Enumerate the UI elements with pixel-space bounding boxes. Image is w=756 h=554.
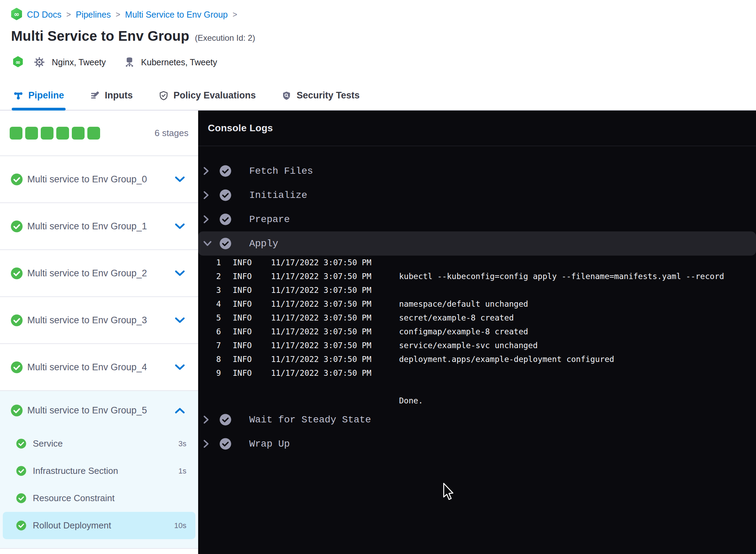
stage-list: Multi service to Env Group_0	[0, 156, 198, 549]
execution-id: (Execution Id: 2)	[195, 33, 255, 43]
step-row[interactable]: Resource Constraint	[3, 485, 195, 512]
page-header: ∞ CD Docs > Pipelines > Multi Service to…	[0, 0, 756, 81]
stage-row[interactable]: Multi service to Env Group_4	[0, 344, 198, 390]
step-list: Service 3s Infrastruc	[0, 430, 198, 539]
breadcrumb-link[interactable]: Pipelines	[76, 10, 110, 20]
log-timestamp: 11/17/2022 3:07:50 PM	[257, 258, 399, 267]
chevron-down-icon[interactable]	[175, 176, 185, 182]
stage-sidebar: 6 stages Multi service to Env Group_0	[0, 111, 198, 554]
chevron-right-icon[interactable]	[203, 439, 209, 448]
chevron-down-icon[interactable]	[175, 364, 185, 370]
step-name: Service	[33, 438, 63, 449]
console-step-row[interactable]: Apply	[198, 231, 756, 256]
console-title: Console Logs	[208, 123, 273, 134]
breadcrumb: ∞ CD Docs > Pipelines > Multi Service to…	[10, 8, 238, 21]
stage-success-square	[56, 127, 69, 140]
console-step-success-icon	[219, 164, 232, 178]
infrastructure-label: Kubernetes, Tweety	[141, 57, 217, 67]
svg-text:∞: ∞	[16, 59, 20, 66]
console-header: Console Logs	[198, 111, 756, 146]
success-check-icon	[10, 220, 23, 233]
stage-row[interactable]: Multi service to Env Group_3	[0, 297, 198, 343]
stage-summary: 6 stages	[0, 111, 198, 156]
stage-row[interactable]: Multi service to Env Group_2	[0, 250, 198, 296]
chevron-right-icon[interactable]	[203, 191, 209, 200]
step-duration: 10s	[174, 521, 186, 530]
chevron-down-icon[interactable]	[203, 240, 212, 247]
console-step-row[interactable]: Wrap Up	[198, 432, 756, 456]
log-line: 9 INFO 11/17/2022 3:07:50 PM	[198, 366, 756, 380]
stage-row[interactable]: Multi service to Env Group_1	[0, 203, 198, 249]
breadcrumb-separator-icon: >	[232, 10, 238, 19]
log-level: INFO	[221, 272, 257, 281]
step-row[interactable]: Service 3s	[3, 430, 195, 457]
chevron-right-icon[interactable]	[203, 166, 209, 175]
stage-status-squares	[10, 127, 100, 140]
console-step-row[interactable]: Wait for Steady State	[198, 408, 756, 432]
breadcrumb-link[interactable]: Multi Service to Env Group	[125, 10, 227, 20]
stage-name: Multi service to Env Group_3	[27, 315, 147, 326]
log-level: INFO	[221, 369, 257, 378]
pipeline-execution-page: ∞ CD Docs > Pipelines > Multi Service to…	[0, 0, 756, 554]
console-step-list: Fetch Files	[198, 146, 756, 456]
console-step-row[interactable]: Fetch Files	[198, 159, 756, 183]
stage-success-square	[25, 127, 38, 140]
security-shield-scan-icon	[281, 90, 292, 101]
step-name: Rollout Deployment	[33, 520, 111, 531]
log-level: INFO	[221, 286, 257, 295]
log-level: INFO	[221, 258, 257, 267]
log-message: deployment.apps/example-deployment confi…	[399, 355, 756, 364]
log-timestamp: 11/17/2022 3:07:50 PM	[257, 272, 399, 281]
log-line-number: 6	[198, 327, 221, 336]
log-line-number: 3	[198, 286, 221, 295]
services-row: ∞ Nginx, Tweety	[12, 52, 217, 73]
step-row[interactable]: Infrastructure Section 1s	[3, 457, 195, 485]
step-success-check-icon	[16, 466, 27, 476]
stage-success-square	[41, 127, 54, 140]
step-duration: 3s	[178, 439, 186, 448]
log-timestamp: 11/17/2022 3:07:50 PM	[257, 286, 399, 295]
stage-name: Multi service to Env Group_5	[27, 405, 147, 416]
log-line: 3 INFO 11/17/2022 3:07:50 PM	[198, 283, 756, 297]
tab-security-tests[interactable]: Security Tests	[281, 81, 360, 110]
log-timestamp: 11/17/2022 3:07:50 PM	[257, 355, 399, 364]
chevron-right-icon[interactable]	[203, 215, 209, 224]
chevron-down-icon[interactable]	[175, 270, 185, 276]
console-step-name: Apply	[249, 238, 278, 249]
stage-success-square	[72, 127, 85, 140]
log-line-number: 2	[198, 272, 221, 281]
log-line: 5 INFO 11/17/2022 3:07:50 PM secret/exam…	[198, 311, 756, 325]
stage-row[interactable]: Multi service to Env Group_0	[0, 156, 198, 202]
stage-count-label: 6 stages	[155, 128, 188, 138]
console-step-name: Initialize	[249, 190, 307, 201]
step-success-check-icon	[16, 438, 27, 449]
step-success-check-icon	[16, 520, 27, 531]
tab-policy-evaluations[interactable]: Policy Evaluations	[158, 81, 256, 110]
tab-pipeline[interactable]: Pipeline	[13, 81, 64, 110]
success-check-icon	[10, 173, 23, 186]
console-step-success-icon	[219, 189, 232, 202]
log-timestamp: 11/17/2022 3:07:50 PM	[257, 313, 399, 322]
chevron-down-icon[interactable]	[175, 223, 185, 229]
console-step-success-icon	[219, 413, 232, 426]
step-row[interactable]: Rollout Deployment 10s	[3, 512, 195, 539]
console-step-row[interactable]: Prepare	[198, 207, 756, 231]
stage-row[interactable]: Multi service to Env Group_5	[0, 391, 198, 430]
log-line-number: 5	[198, 313, 221, 322]
log-timestamp: 11/17/2022 3:07:50 PM	[257, 327, 399, 336]
log-message: kubectl --kubeconfig=config apply --file…	[399, 272, 756, 281]
console-step-row[interactable]: Initialize	[198, 183, 756, 207]
log-timestamp: 11/17/2022 3:07:50 PM	[257, 369, 399, 378]
tab-inputs[interactable]: Inputs	[90, 81, 133, 110]
chevron-up-icon[interactable]	[175, 408, 185, 414]
inputs-icon	[90, 90, 100, 101]
log-line-number: 9	[198, 369, 221, 378]
chevron-right-icon[interactable]	[203, 415, 209, 424]
svg-text:∞: ∞	[14, 10, 19, 18]
breadcrumb-link[interactable]: CD Docs	[27, 10, 61, 20]
log-timestamp: 11/17/2022 3:07:50 PM	[257, 299, 399, 308]
breadcrumb-separator-icon: >	[115, 10, 121, 19]
log-line	[198, 380, 756, 394]
log-message: namespace/default unchanged	[399, 299, 756, 308]
chevron-down-icon[interactable]	[175, 317, 185, 323]
